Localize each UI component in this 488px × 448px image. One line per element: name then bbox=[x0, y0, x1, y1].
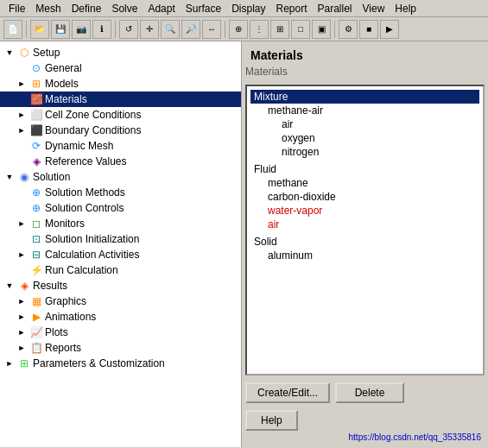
material-item-methane[interactable]: methane bbox=[250, 176, 479, 190]
toolbar-fit[interactable]: ⊕ bbox=[229, 20, 248, 39]
material-item-methane-air[interactable]: methane-air bbox=[250, 104, 479, 117]
toolbar-zoom-out[interactable]: 🔎 bbox=[181, 20, 200, 39]
tree-item-boundary[interactable]: ► ⬛ Boundary Conditions bbox=[0, 123, 241, 138]
boundary-icon: ⬛ bbox=[29, 123, 43, 137]
toolbar-settings[interactable]: ⚙ bbox=[339, 20, 358, 39]
params-icon: ⊞ bbox=[17, 357, 31, 370]
delete-button[interactable]: Delete bbox=[335, 382, 404, 403]
solution-icon: ◉ bbox=[17, 170, 31, 184]
tree-item-dynamic-mesh[interactable]: ⟳ Dynamic Mesh bbox=[0, 138, 241, 154]
separator-1 bbox=[26, 21, 27, 38]
tree-item-materials[interactable]: 🧱 Materials bbox=[0, 91, 241, 107]
toolbar-save[interactable]: 💾 bbox=[51, 20, 70, 39]
menu-mesh[interactable]: Mesh bbox=[30, 2, 66, 16]
tree-label-monitors: Monitors bbox=[45, 218, 85, 230]
material-item-air-2[interactable]: air bbox=[250, 218, 479, 231]
help-row: Help bbox=[245, 407, 485, 431]
tree-item-sol-init[interactable]: ⊡ Solution Initialization bbox=[0, 231, 241, 247]
tree-item-graphics[interactable]: ► ▦ Graphics bbox=[0, 293, 241, 309]
calc-activities-icon: ⊟ bbox=[29, 248, 43, 262]
toolbar-camera[interactable]: 📷 bbox=[72, 20, 91, 39]
tree-item-cell-zone[interactable]: ► ⬜ Cell Zone Conditions bbox=[0, 107, 241, 123]
tree-item-general[interactable]: ⊙ General bbox=[0, 60, 241, 76]
tree-item-params[interactable]: ► ⊞ Parameters & Customization bbox=[0, 356, 241, 371]
menu-parallel[interactable]: Parallel bbox=[313, 2, 358, 16]
toggle-reports[interactable]: ► bbox=[16, 342, 28, 354]
toolbar-grid[interactable]: ⊞ bbox=[270, 20, 289, 39]
tree-item-results[interactable]: ▼ ◈ Results bbox=[0, 278, 241, 293]
toolbar-box[interactable]: ■ bbox=[359, 20, 378, 39]
toggle-animations[interactable]: ► bbox=[16, 311, 28, 323]
graphics-icon: ▦ bbox=[29, 294, 43, 308]
tree-item-ref-values[interactable]: ◈ Reference Values bbox=[0, 154, 241, 169]
tree-label-animations: Animations bbox=[45, 311, 96, 323]
toggle-plots[interactable]: ► bbox=[16, 326, 28, 338]
ref-values-icon: ◈ bbox=[29, 155, 43, 168]
material-item-oxygen[interactable]: oxygen bbox=[250, 131, 479, 145]
material-item-aluminum[interactable]: aluminum bbox=[250, 249, 479, 262]
toolbar-info[interactable]: ℹ bbox=[92, 20, 111, 39]
menu-help[interactable]: Help bbox=[390, 2, 421, 16]
menu-report[interactable]: Report bbox=[270, 2, 312, 16]
tree-item-run-calc[interactable]: ⚡ Run Calculation bbox=[0, 262, 241, 278]
material-item-carbon-dioxide[interactable]: carbon-dioxide bbox=[250, 190, 479, 204]
toolbar-new[interactable]: 📄 bbox=[3, 20, 22, 39]
menu-display[interactable]: Display bbox=[226, 2, 270, 16]
tree-item-reports[interactable]: ► 📋 Reports bbox=[0, 340, 241, 356]
create-edit-button[interactable]: Create/Edit... bbox=[245, 382, 330, 403]
material-item-water-vapor[interactable]: water-vapor bbox=[250, 204, 479, 218]
toggle-setup[interactable]: ▼ bbox=[3, 47, 16, 59]
material-item-nitrogen[interactable]: nitrogen bbox=[250, 145, 479, 159]
toolbar-cursor[interactable]: ✛ bbox=[140, 20, 159, 39]
menu-view[interactable]: View bbox=[358, 2, 390, 16]
toolbar-refresh[interactable]: ↺ bbox=[119, 20, 138, 39]
left-panel: ▼ ⬡ Setup ⊙ General ► ⊞ Models 🧱 Materia… bbox=[0, 41, 242, 447]
tree-item-setup[interactable]: ▼ ⬡ Setup bbox=[0, 45, 241, 60]
tree-item-monitors[interactable]: ► ◻ Monitors bbox=[0, 216, 241, 231]
toolbar-select[interactable]: ⋮ bbox=[250, 20, 269, 39]
tree-item-calc-activities[interactable]: ► ⊟ Calculation Activities bbox=[0, 247, 241, 262]
tree-item-sol-controls[interactable]: ⊕ Solution Controls bbox=[0, 200, 241, 216]
panel-title: Materials bbox=[245, 45, 485, 66]
material-item-mixture[interactable]: Mixture bbox=[250, 90, 479, 104]
menu-surface[interactable]: Surface bbox=[181, 2, 226, 16]
setup-icon: ⬡ bbox=[17, 46, 31, 60]
toolbar-zoom-in[interactable]: 🔍 bbox=[161, 20, 180, 39]
results-icon: ◈ bbox=[17, 279, 31, 293]
toggle-run-calc bbox=[16, 264, 28, 276]
tree-label-calc-activities: Calculation Activities bbox=[45, 249, 139, 261]
toggle-monitors[interactable]: ► bbox=[16, 218, 28, 230]
models-icon: ⊞ bbox=[29, 77, 43, 91]
help-button[interactable]: Help bbox=[245, 410, 298, 431]
tree-item-sol-methods[interactable]: ⊕ Solution Methods bbox=[0, 185, 241, 200]
toggle-boundary[interactable]: ► bbox=[16, 124, 28, 136]
materials-icon: 🧱 bbox=[29, 92, 43, 106]
toggle-params[interactable]: ► bbox=[3, 357, 16, 369]
tree-item-animations[interactable]: ► ▶ Animations bbox=[0, 309, 241, 325]
menu-file[interactable]: File bbox=[3, 2, 30, 16]
toolbar-move[interactable]: ↔ bbox=[202, 20, 221, 39]
toggle-graphics[interactable]: ► bbox=[16, 295, 28, 307]
tree-label-general: General bbox=[45, 62, 82, 74]
menu-adapt[interactable]: Adapt bbox=[143, 2, 180, 16]
separator-3 bbox=[225, 21, 225, 38]
menu-solve[interactable]: Solve bbox=[106, 2, 143, 16]
material-list: Mixture methane-air air oxygen nitrogen … bbox=[250, 90, 479, 262]
toolbar-extra[interactable]: ▶ bbox=[380, 20, 399, 39]
monitors-icon: ◻ bbox=[29, 217, 43, 230]
toolbar-square[interactable]: □ bbox=[291, 20, 310, 39]
material-item-air-1[interactable]: air bbox=[250, 117, 479, 131]
general-icon: ⊙ bbox=[29, 61, 43, 75]
toolbar-open[interactable]: 📂 bbox=[30, 20, 49, 39]
toggle-calc-activities[interactable]: ► bbox=[16, 249, 28, 261]
toggle-results[interactable]: ▼ bbox=[3, 280, 16, 292]
toggle-solution[interactable]: ▼ bbox=[3, 171, 16, 183]
toggle-cell-zone[interactable]: ► bbox=[16, 109, 28, 121]
tree-item-plots[interactable]: ► 📈 Plots bbox=[0, 325, 241, 340]
tree-item-solution[interactable]: ▼ ◉ Solution bbox=[0, 169, 241, 185]
toolbar-view2[interactable]: ▣ bbox=[312, 20, 331, 39]
menu-define[interactable]: Define bbox=[67, 2, 107, 16]
plots-icon: 📈 bbox=[29, 325, 43, 339]
tree-item-models[interactable]: ► ⊞ Models bbox=[0, 76, 241, 91]
toggle-models[interactable]: ► bbox=[16, 78, 28, 90]
